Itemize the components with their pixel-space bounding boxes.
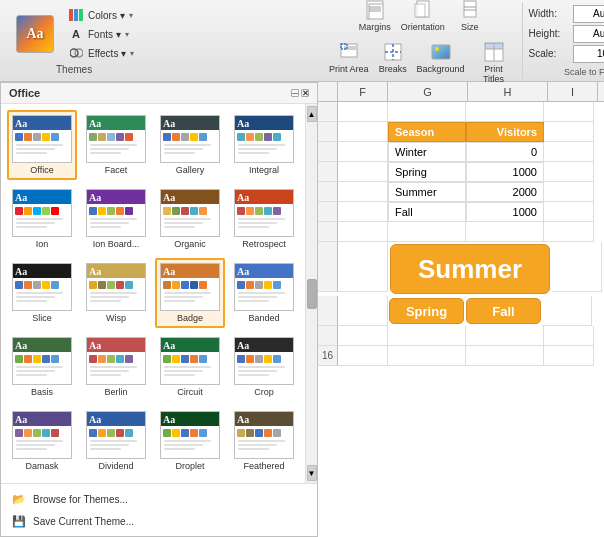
print-area-button[interactable]: Print Area [326,37,372,87]
cell-f7[interactable] [338,222,388,242]
cell-spring-visitors[interactable]: 1000 [466,162,544,182]
cell-i9[interactable] [542,296,592,326]
theme-item-office[interactable]: AaOffice [7,110,77,180]
cell-g10[interactable] [388,326,466,346]
cell-fall-visitors[interactable]: 1000 [466,202,544,222]
theme-item-dividend[interactable]: AaDividend [81,406,151,476]
cell-f3[interactable] [338,142,388,162]
cell-f1[interactable] [338,102,388,122]
orientation-button[interactable]: Orientation [397,0,449,35]
theme-item-ion-board---[interactable]: AaIon Board... [81,184,151,254]
cell-f8[interactable] [338,242,388,292]
cell-f5[interactable] [338,182,388,202]
themes-scrollable[interactable]: AaOfficeAaFacetAaGalleryAaIntegralAaIonA… [1,104,305,483]
cell-summer-visitors[interactable]: 2000 [466,182,544,202]
cell-f10[interactable] [338,326,388,346]
themes-button[interactable]: Aa [10,11,60,57]
cell-i7[interactable] [544,222,594,242]
cell-i6[interactable] [544,202,594,222]
height-input[interactable] [573,25,604,43]
fall-button[interactable]: Fall [466,298,541,324]
theme-item-badge[interactable]: AaBadge [155,258,225,328]
cell-spring[interactable]: Spring [388,162,466,182]
theme-item-damask[interactable]: AaDamask [7,406,77,476]
theme-name-label: Circuit [177,387,203,397]
theme-item-retrospect[interactable]: AaRetrospect [229,184,299,254]
cell-i10[interactable] [544,326,594,346]
fonts-button[interactable]: A Fonts ▾ ▾ [64,25,138,43]
cell-fall[interactable]: Fall [388,202,466,222]
theme-preview: Aa [12,411,72,459]
theme-name-label: Facet [105,165,128,175]
table-header-season[interactable]: Season [388,122,466,142]
cell-h16[interactable] [466,346,544,366]
scroll-up[interactable]: ▲ [307,106,317,122]
cell-summer[interactable]: Summer [388,182,466,202]
cell-f4[interactable] [338,162,388,182]
cell-f16[interactable] [338,346,388,366]
theme-item-facet[interactable]: AaFacet [81,110,151,180]
cell-winter-visitors[interactable]: 0 [466,142,544,162]
cell-i2[interactable] [544,122,594,142]
margins-button[interactable]: Margins [355,0,395,35]
svg-rect-2 [79,9,83,21]
cell-h7[interactable] [466,222,544,242]
theme-item-crop[interactable]: AaCrop [229,332,299,402]
save-label: Save Current Theme... [33,516,134,527]
theme-item-banded[interactable]: AaBanded [229,258,299,328]
theme-item-slice[interactable]: AaSlice [7,258,77,328]
theme-item-circuit[interactable]: AaCircuit [155,332,225,402]
breaks-button[interactable]: Breaks [374,37,412,87]
col-header-h[interactable]: H [468,82,548,101]
spring-button[interactable]: Spring [389,298,464,324]
cell-g1[interactable] [388,102,466,122]
scale-input[interactable] [573,45,604,63]
colors-button[interactable]: Colors ▾ ▾ [64,6,138,24]
cell-i16[interactable] [544,346,594,366]
cell-i1[interactable] [544,102,594,122]
col-header-i[interactable]: I [548,82,598,101]
theme-item-basis[interactable]: AaBasis [7,332,77,402]
size-button[interactable]: Size [451,0,489,35]
theme-item-wisp[interactable]: AaWisp [81,258,151,328]
theme-item-feathered[interactable]: AaFeathered [229,406,299,476]
scale-to-fit-label: Scale to Fit [529,67,604,77]
panel-minimize[interactable]: ─ [291,89,299,97]
save-theme-button[interactable]: 💾 Save Current Theme... [7,510,311,532]
cell-i4[interactable] [544,162,594,182]
theme-item-organic[interactable]: AaOrganic [155,184,225,254]
scale-to-fit-group: Width: Height: Scale: % Scale to Fit [523,2,604,79]
cell-h1[interactable] [466,102,544,122]
theme-item-gallery[interactable]: AaGallery [155,110,225,180]
cell-i3[interactable] [544,142,594,162]
cell-f6[interactable] [338,202,388,222]
theme-item-integral[interactable]: AaIntegral [229,110,299,180]
ribbon2: Margins Orientation Size [318,0,604,82]
scroll-down[interactable]: ▼ [307,465,317,481]
table-header-visitors[interactable]: Visitors [466,122,544,142]
background-button[interactable]: Background [414,37,468,87]
effects-button[interactable]: Effects ▾ ▾ [64,44,138,62]
cell-winter[interactable]: Winter [388,142,466,162]
scroll-thumb[interactable] [307,279,317,309]
summer-big-button[interactable]: Summer [390,244,550,294]
col-header-g[interactable]: G [388,82,468,101]
cell-f2[interactable] [338,122,388,142]
theme-item-droplet[interactable]: AaDroplet [155,406,225,476]
panel-close[interactable]: ✕ [301,89,309,97]
cell-i8[interactable] [552,242,602,292]
cell-g16[interactable] [388,346,466,366]
col-header-f[interactable]: F [338,82,388,101]
width-input[interactable] [573,5,604,23]
theme-item-ion[interactable]: AaIon [7,184,77,254]
cell-f9[interactable] [338,296,388,326]
save-icon: 💾 [11,513,27,529]
theme-item-berlin[interactable]: AaBerlin [81,332,151,402]
theme-name-label: Gallery [176,165,205,175]
theme-name-label: Berlin [104,387,127,397]
cell-h10[interactable] [466,326,544,346]
cell-g7[interactable] [388,222,466,242]
cell-i5[interactable] [544,182,594,202]
browse-themes-button[interactable]: 📂 Browse for Themes... [7,488,311,510]
print-titles-button[interactable]: Print Titles [470,37,518,87]
